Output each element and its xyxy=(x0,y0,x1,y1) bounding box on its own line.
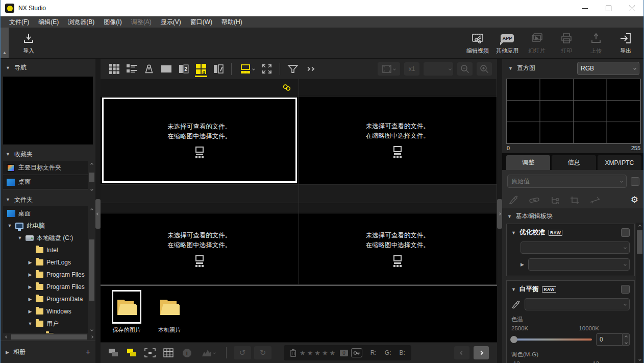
gear-settings-icon[interactable]: ⚙ xyxy=(631,195,638,205)
expand-triangle-icon[interactable]: ▶ xyxy=(28,284,33,289)
folders-header[interactable]: ▼ 文件夹 xyxy=(1,193,95,206)
collapse-triangle-icon[interactable]: ▼ xyxy=(511,230,516,235)
maximize-button[interactable] xyxy=(597,0,620,16)
export-button[interactable]: 导出 xyxy=(611,28,640,58)
favorite-item-primary-destination[interactable]: 主要目标文件夹 xyxy=(3,161,88,175)
stacked-thumbnails-button-active[interactable] xyxy=(124,346,139,360)
tree-item-desktop[interactable]: 桌面 xyxy=(3,207,88,220)
other-apps-button[interactable]: APP 其他应用 xyxy=(492,28,522,58)
tree-item-programdata[interactable]: ▶ ProgramData xyxy=(3,293,88,305)
expand-triangle-icon[interactable]: ▶ xyxy=(28,297,33,302)
right-panel-divider[interactable] xyxy=(497,59,502,363)
scroll-up-icon[interactable] xyxy=(636,223,643,230)
scroll-up-icon[interactable] xyxy=(88,161,95,168)
filmstrip-layout-button[interactable] xyxy=(236,61,258,77)
scroll-left-icon[interactable] xyxy=(3,333,10,341)
link-sync-icon[interactable] xyxy=(282,84,291,91)
temperature-stepper[interactable] xyxy=(623,333,630,346)
collapse-triangle-icon[interactable]: ▼ xyxy=(511,287,516,292)
navigation-header[interactable]: ▼ 导航 xyxy=(1,59,95,77)
tree-item-program-files[interactable]: ▶ Program Files xyxy=(3,269,88,281)
tab-info[interactable]: 信息 xyxy=(552,155,596,170)
tree-item-users[interactable]: ▼ 用户 xyxy=(3,318,88,330)
fullscreen-button[interactable] xyxy=(258,61,276,77)
tab-adjustments[interactable]: 调整 xyxy=(506,155,550,170)
tree-item-windows[interactable]: ▶ Windows xyxy=(3,305,88,318)
albums-header[interactable]: ▶ 相册 + xyxy=(1,341,95,363)
expand-triangle-icon[interactable]: ▼ xyxy=(7,223,12,228)
picture-control-checkbox[interactable] xyxy=(621,228,630,237)
viewer-image-area-selected[interactable]: 未选择可查看的文件。 在缩略图中选择文件。 xyxy=(102,98,297,183)
favorites-scrollbar[interactable] xyxy=(88,161,95,193)
favorite-item-desktop[interactable]: 桌面 xyxy=(3,175,88,189)
tree-item-intel[interactable]: Intel xyxy=(3,244,88,256)
menu-image[interactable]: 图像(I) xyxy=(99,16,126,28)
viewer-cell-4[interactable]: 未选择可查看的文件。 在缩略图中选择文件。 xyxy=(299,203,498,285)
picture-control-sub-select[interactable] xyxy=(528,258,630,271)
menu-view[interactable]: 显示(V) xyxy=(156,16,186,28)
focus-point-button[interactable] xyxy=(142,346,158,360)
tree-horizontal-scrollbar[interactable] xyxy=(3,333,95,341)
scrollbar-thumb[interactable] xyxy=(637,230,642,254)
tree-item-program-files-x86[interactable]: ▶ Program Files xyxy=(3,281,88,293)
protect-key-icon[interactable] xyxy=(351,348,362,357)
scrollbar-thumb[interactable] xyxy=(11,334,87,340)
slider-knob[interactable] xyxy=(510,336,517,343)
expand-triangle-icon[interactable]: ▼ xyxy=(17,235,22,240)
import-button[interactable]: 导入 xyxy=(14,28,43,58)
favorites-header[interactable]: ▼ 收藏夹 xyxy=(1,148,95,161)
add-album-button[interactable]: + xyxy=(86,348,90,357)
temperature-slider[interactable] xyxy=(511,338,592,341)
tree-scrollbar[interactable] xyxy=(88,206,95,333)
map-view-button[interactable] xyxy=(140,61,158,77)
expand-triangle-icon[interactable]: ▼ xyxy=(28,321,33,326)
viewer-cell-1[interactable]: 未选择可查看的文件。 在缩略图中选择文件。 xyxy=(101,79,299,203)
tree-item-admin[interactable]: ▼ admin xyxy=(3,330,88,333)
viewer-cell-2[interactable]: 未选择可查看的文件。 在缩略图中选择文件。 xyxy=(299,79,498,203)
collapse-left-panel-handle[interactable] xyxy=(95,199,101,229)
folder-thumbnail[interactable] xyxy=(155,290,184,324)
trash-rating-icon[interactable] xyxy=(290,349,296,357)
scroll-right-icon[interactable] xyxy=(88,333,95,341)
tab-xmp-iptc[interactable]: XMP/IPTC xyxy=(598,155,641,170)
minimize-button[interactable] xyxy=(573,0,597,16)
grid-overlay-button[interactable] xyxy=(161,346,176,360)
left-panel-divider[interactable] xyxy=(95,59,101,363)
expand-triangle-icon[interactable]: ▶ xyxy=(28,272,33,277)
single-thumbnail-button[interactable] xyxy=(106,346,121,360)
collapse-triangle-icon[interactable]: ▼ xyxy=(507,214,512,219)
filmstrip-item-camera-roll[interactable]: 本机照片 xyxy=(155,290,184,334)
expand-triangle-icon[interactable]: ▶ xyxy=(28,309,33,314)
grid-view-button[interactable] xyxy=(106,61,123,77)
tree-item-local-disk-c[interactable]: ▼ 本地磁盘 (C:) xyxy=(3,232,88,244)
scrollbar-thumb[interactable] xyxy=(89,173,94,182)
viewer-image-area[interactable]: 未选择可查看的文件。 在缩略图中选择文件。 xyxy=(299,96,497,183)
menu-browser[interactable]: 浏览器(B) xyxy=(63,16,99,28)
menu-edit[interactable]: 编辑(E) xyxy=(34,16,63,28)
compare-edit-view-button[interactable] xyxy=(210,61,227,77)
scroll-down-icon[interactable] xyxy=(88,186,95,193)
four-up-view-button[interactable]: 4 xyxy=(192,61,210,77)
filmstrip-item-saved-pictures[interactable]: 保存的图片 xyxy=(112,290,141,334)
viewer-cell-3[interactable]: 未选择可查看的文件。 在缩略图中选择文件。 xyxy=(101,203,299,285)
eyedropper-icon[interactable] xyxy=(511,300,521,309)
white-balance-select[interactable] xyxy=(525,298,630,310)
list-view-button[interactable] xyxy=(123,61,140,77)
close-button[interactable] xyxy=(620,0,643,16)
collapse-triangle-icon[interactable]: ▼ xyxy=(508,66,513,71)
right-panel-scrollbar[interactable] xyxy=(636,223,643,363)
white-balance-checkbox[interactable] xyxy=(621,285,630,294)
filter-button[interactable] xyxy=(284,61,302,77)
collapse-right-panel-handle[interactable] xyxy=(497,199,502,229)
scroll-up-icon[interactable] xyxy=(88,206,95,213)
preset-checkbox[interactable] xyxy=(631,177,639,186)
histogram-channel-select[interactable]: RGB xyxy=(577,62,639,75)
expand-triangle-icon[interactable]: ▶ xyxy=(28,260,33,265)
two-up-view-button[interactable]: 2 xyxy=(175,61,192,77)
menu-window[interactable]: 窗口(W) xyxy=(186,16,217,28)
menu-help[interactable]: 帮助(H) xyxy=(217,16,247,28)
folder-thumbnail-selected[interactable] xyxy=(112,290,141,324)
rating-zero-badge[interactable]: 0 xyxy=(340,350,348,356)
scroll-down-icon[interactable] xyxy=(636,356,643,363)
next-image-button[interactable] xyxy=(474,346,489,359)
